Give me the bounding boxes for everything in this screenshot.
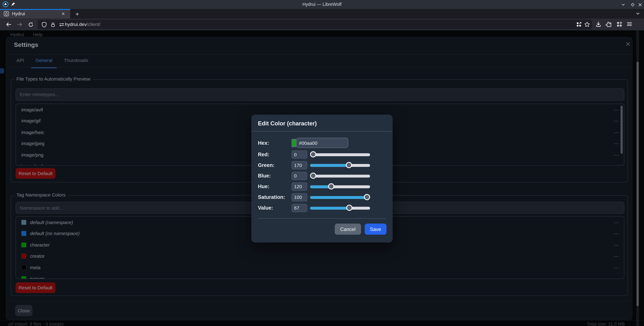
- slider-label: Green:: [258, 162, 292, 168]
- reload-button[interactable]: [27, 21, 34, 28]
- browser-toolbar: hydrui.dev/client/: [0, 19, 644, 31]
- slider-value-input[interactable]: [292, 193, 307, 201]
- slider-fill: [310, 185, 331, 188]
- page-actions-grid-arrow-icon[interactable]: [576, 21, 582, 27]
- slider[interactable]: [310, 149, 370, 160]
- color-slider-row: Red:: [258, 149, 386, 160]
- tab-overflow-chevron-icon[interactable]: [635, 11, 640, 16]
- slider-fill: [310, 164, 349, 167]
- slider[interactable]: [310, 160, 370, 171]
- url-domain: hydrui.dev: [65, 22, 87, 27]
- forward-button[interactable]: [16, 21, 24, 28]
- page-scrollbar-thumb[interactable]: [636, 62, 639, 306]
- color-slider-row: Hue:: [258, 181, 386, 192]
- color-slider-row: Blue:: [258, 171, 386, 181]
- menu-hamburger-icon[interactable]: [626, 21, 632, 27]
- slider-label: Red:: [258, 152, 292, 157]
- url-path: /client/: [87, 22, 100, 27]
- slider-value-input[interactable]: [292, 172, 307, 180]
- slider-value-input[interactable]: [292, 182, 307, 191]
- window-minimize-button[interactable]: [619, 2, 627, 8]
- tracking-protection-shield-icon[interactable]: [41, 21, 47, 28]
- new-tab-button[interactable]: +: [73, 10, 81, 18]
- tab-title: Hydrui: [12, 11, 25, 16]
- window-close-button[interactable]: [636, 2, 644, 8]
- dialog-footer: Cancel Save: [252, 219, 393, 235]
- slider-value-input[interactable]: [292, 150, 307, 159]
- page-viewport: HydruiHelp url import: 3 files - 3 image…: [0, 30, 644, 326]
- slider-thumb[interactable]: [310, 151, 316, 157]
- slider-rows: Red: Green: Blue: Hue: Satur: [258, 149, 386, 213]
- slider[interactable]: [310, 181, 370, 192]
- slider-thumb[interactable]: [310, 173, 316, 179]
- slider-track[interactable]: [310, 153, 370, 156]
- tab-hydrui[interactable]: Hydrui ✕: [0, 9, 70, 19]
- edit-color-dialog: Edit Color (character) Hex: Red: Green:: [252, 115, 393, 242]
- color-slider-row: Value:: [258, 203, 386, 213]
- slider-thumb[interactable]: [346, 162, 352, 168]
- hex-label: Hex:: [258, 140, 274, 146]
- slider-label: Value:: [258, 205, 292, 211]
- slider-fill: [310, 207, 349, 209]
- tab-close-icon[interactable]: ✕: [60, 11, 66, 17]
- slider[interactable]: [310, 203, 370, 213]
- pin-icon: [11, 2, 16, 7]
- slider-label: Hue:: [258, 184, 292, 190]
- window-maximize-button[interactable]: [629, 2, 636, 8]
- url-bar[interactable]: hydrui.dev/client/: [38, 20, 592, 29]
- dialog-title: Edit Color (character): [252, 115, 393, 131]
- window-titlebar: Hydrui — LibreWolf: [0, 0, 644, 9]
- back-button[interactable]: [4, 21, 12, 28]
- slider-thumb[interactable]: [364, 194, 370, 200]
- cancel-button[interactable]: Cancel: [335, 224, 361, 235]
- url-text[interactable]: hydrui.dev/client/: [65, 22, 100, 27]
- slider[interactable]: [310, 171, 370, 181]
- bookmark-star-icon[interactable]: [584, 21, 590, 27]
- slider-label: Saturation:: [258, 194, 292, 200]
- extensions-puzzle-icon[interactable]: [605, 21, 612, 27]
- slider-label: Blue:: [258, 173, 292, 179]
- color-preview-swatch: [292, 139, 296, 147]
- browser-window: Hydrui — LibreWolf Hydrui ✕ +: [0, 0, 644, 326]
- slider-fill: [310, 196, 367, 199]
- slider-thumb[interactable]: [328, 183, 334, 189]
- lock-icon[interactable]: [50, 21, 56, 28]
- slider-track[interactable]: [310, 174, 370, 177]
- grid-plus-icon[interactable]: [616, 21, 622, 27]
- tab-strip: Hydrui ✕ +: [0, 9, 644, 19]
- droplet-favicon-icon: [4, 11, 9, 17]
- permissions-tuner-icon[interactable]: [59, 21, 64, 28]
- window-title: Hydrui — LibreWolf: [302, 2, 342, 7]
- save-button[interactable]: Save: [364, 224, 386, 235]
- librewolf-logo-icon: [2, 1, 9, 8]
- slider-value-input[interactable]: [292, 161, 307, 169]
- slider-value-input[interactable]: [292, 204, 307, 212]
- page-scrollbar[interactable]: [636, 30, 639, 326]
- downloads-button[interactable]: [595, 21, 602, 27]
- slider-thumb[interactable]: [346, 205, 352, 211]
- dialog-body: Hex: Red: Green: Blue: Hue:: [252, 132, 393, 219]
- color-slider-row: Saturation:: [258, 192, 386, 203]
- hex-row: Hex:: [258, 138, 386, 148]
- hex-input[interactable]: [296, 138, 348, 148]
- slider[interactable]: [310, 192, 370, 203]
- color-slider-row: Green:: [258, 160, 386, 171]
